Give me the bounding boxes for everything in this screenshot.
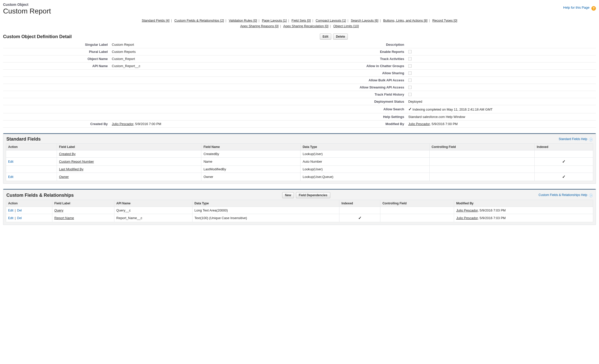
value-modified-by: Julio Pescador, 5/9/2016 7:00 PM (406, 120, 596, 128)
field-label-link[interactable]: Custom Report Number (59, 160, 94, 163)
nav-link[interactable]: Field Sets [0] (292, 19, 311, 22)
page-title: Custom Report (3, 7, 596, 15)
field-name: CreatedBy (201, 150, 301, 158)
col-data-type: Data Type (192, 200, 339, 207)
help-link[interactable]: Help for this Page (563, 6, 589, 9)
field-label-link[interactable]: Query (54, 208, 63, 212)
table-row: Edit | DelQueryQuery__cLong Text Area(20… (6, 207, 593, 214)
help-icon[interactable]: ? (589, 194, 593, 197)
nav-link[interactable]: Apex Sharing Recalculation [0] (283, 24, 328, 28)
nav-link[interactable]: Apex Sharing Reasons [0] (240, 24, 279, 28)
controlling-field (429, 150, 535, 158)
new-button[interactable]: New (282, 192, 294, 198)
field-label-link[interactable]: Owner (59, 175, 69, 179)
modified-by-user-link[interactable]: Julio Pescador (408, 122, 430, 126)
modified-by: Julio Pescador, 5/9/2016 7:03 PM (454, 207, 593, 214)
value-description (406, 41, 596, 48)
table-row: Created ByCreatedByLookup(User) (6, 150, 593, 158)
checkmark-icon: ✓ (562, 175, 565, 179)
col-modified-by: Modified By (454, 200, 593, 207)
nav-link[interactable]: Compact Layouts [1] (316, 19, 346, 22)
field-name: Owner (201, 173, 301, 181)
del-link[interactable]: Del (17, 216, 22, 220)
value-deploy-status: Deployed (406, 98, 596, 105)
value-allow-search: ✓ Indexing completed on May 11, 2016 2:4… (406, 105, 596, 113)
label-created-by: Created By (3, 120, 110, 128)
checkbox-enable-reports (408, 50, 412, 53)
label-allow-bulk: Allow Bulk API Access (300, 77, 406, 84)
help-icon[interactable]: ? (589, 138, 593, 141)
help-icon[interactable]: ? (591, 6, 596, 11)
field-name: LastModifiedBy (201, 166, 301, 173)
table-row: Edit | DelReport NameReport_Name__cText(… (6, 214, 593, 222)
nav-link[interactable]: Standard Fields [4] (142, 19, 170, 22)
checkbox-allow-sharing (408, 71, 412, 75)
data-type: Auto Number (301, 158, 429, 166)
data-type: Lookup(User) (301, 150, 429, 158)
api-name: Query__c (114, 207, 192, 214)
field-dependencies-button[interactable]: Field Dependencies (296, 192, 330, 198)
value-singular: Custom Report (110, 41, 300, 48)
checkbox-allow-chatter (408, 64, 412, 68)
checkmark-icon: ✓ (358, 216, 362, 220)
table-row: EditCustom Report NumberNameAuto Number✓ (6, 158, 593, 166)
label-singular: Singular Label (3, 41, 110, 48)
field-label-link[interactable]: Created By (59, 152, 76, 156)
label-modified-by: Modified By (300, 120, 406, 128)
field-name: Name (201, 158, 301, 166)
label-allow-search: Allow Search (300, 105, 406, 113)
edit-link[interactable]: Edit (8, 175, 13, 179)
api-name: Report_Name__c (114, 214, 192, 222)
created-by-user-link[interactable]: Julio Pescador (112, 122, 133, 126)
del-link[interactable]: Del (17, 209, 22, 212)
edit-link[interactable]: Edit (8, 209, 13, 212)
nav-link[interactable]: Page Layouts [1] (262, 19, 287, 22)
indexed-cell (339, 207, 380, 214)
field-label-link[interactable]: Report Name (54, 216, 74, 220)
indexed-cell: ✓ (535, 158, 593, 166)
indexed-cell: ✓ (339, 214, 380, 222)
indexed-cell (535, 166, 593, 173)
field-label-link[interactable]: Last Modified By (59, 167, 83, 171)
label-object-name: Object Name (3, 55, 110, 63)
col-indexed: Indexed (339, 200, 380, 207)
checkmark-icon: ✓ (408, 107, 412, 111)
nav-link[interactable]: Buttons, Links, and Actions [8] (383, 19, 427, 22)
modified-by-user-link[interactable]: Julio Pescador (456, 216, 478, 220)
edit-link[interactable]: Edit (8, 216, 13, 220)
table-row: EditOwnerOwnerLookup(User,Queue)✓ (6, 173, 593, 181)
nav-link[interactable]: Record Types [0] (432, 19, 457, 22)
label-allow-chatter: Allow in Chatter Groups (300, 63, 406, 70)
label-track-activities: Track Activities (300, 55, 406, 63)
data-type: Lookup(User,Queue) (301, 173, 429, 181)
controlling-field (380, 214, 454, 222)
standard-fields-help-link[interactable]: Standard Fields Help (559, 137, 587, 141)
label-plural: Plural Label (3, 48, 110, 55)
nav-link[interactable]: Object Limits [10] (333, 24, 359, 28)
col-field-label: Field Label (52, 200, 114, 207)
col-ctrl-field: Controlling Field (429, 144, 535, 150)
delete-button[interactable]: Delete (333, 34, 348, 40)
edit-button[interactable]: Edit (320, 34, 331, 40)
nav-link[interactable]: Search Layouts [6] (351, 19, 378, 22)
controlling-field (429, 158, 535, 166)
nav-link[interactable]: Validation Rules [0] (229, 19, 257, 22)
value-plural: Custom Reports (110, 48, 300, 55)
col-field-label: Field Label (57, 144, 201, 150)
page-subtitle: Custom Object (3, 3, 596, 7)
modified-by-user-link[interactable]: Julio Pescador (456, 208, 478, 212)
section-nav: Standard Fields [4]| Custom Fields & Rel… (3, 18, 596, 29)
value-created-by: Julio Pescador, 5/9/2016 7:00 PM (110, 120, 300, 128)
edit-link[interactable]: Edit (8, 160, 13, 163)
checkbox-track-activities (408, 57, 412, 60)
checkbox-track-field-hist (408, 93, 412, 96)
controlling-field (429, 166, 535, 173)
standard-fields-panel: Standard Fields Standard Fields Help ? A… (3, 133, 596, 184)
nav-link[interactable]: Custom Fields & Relationships [2] (174, 19, 224, 22)
data-type: Long Text Area(20000) (192, 207, 339, 214)
label-help-settings: Help Settings (300, 113, 406, 120)
table-row: Last Modified ByLastModifiedByLookup(Use… (6, 166, 593, 173)
custom-fields-table: Action Field Label API Name Data Type In… (6, 200, 593, 222)
custom-fields-help-link[interactable]: Custom Fields & Relationships Help (538, 193, 587, 197)
custom-fields-panel: Custom Fields & Relationships New Field … (3, 189, 596, 225)
